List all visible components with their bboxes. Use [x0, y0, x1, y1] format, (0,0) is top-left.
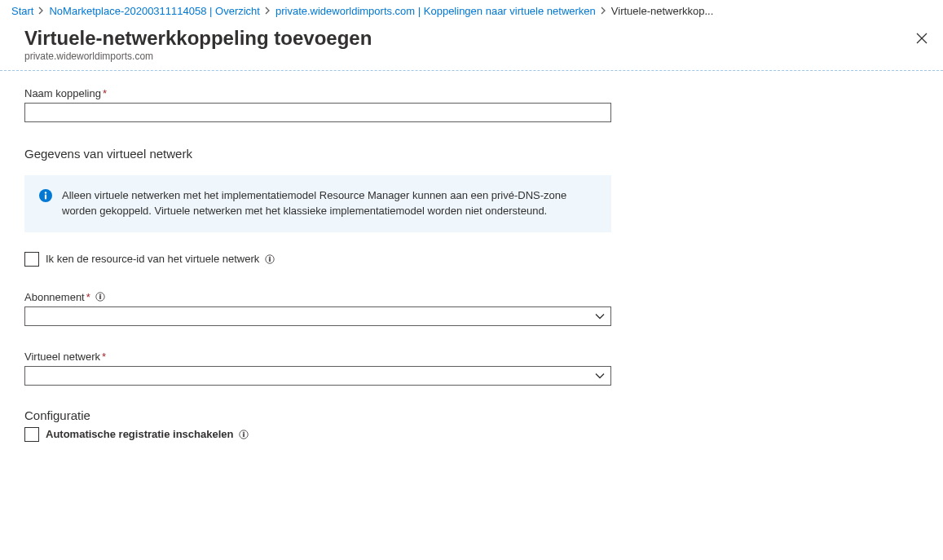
configuration-title: Configuratie	[24, 408, 919, 422]
virtual-network-select[interactable]	[24, 366, 611, 386]
virtual-network-label: Virtueel netwerk *	[24, 351, 919, 363]
breadcrumb: Start NoMarketplace-20200311114058 | Ove…	[0, 0, 943, 20]
virtual-network-group: Virtueel netwerk *	[24, 351, 919, 386]
page-header: Virtuele-netwerkkoppeling toevoegen priv…	[0, 20, 943, 71]
svg-point-6	[269, 257, 270, 258]
info-message: Alleen virtuele netwerken met het implem…	[24, 175, 611, 232]
svg-point-12	[243, 432, 244, 433]
breadcrumb-start[interactable]: Start	[11, 5, 33, 17]
form-content: Naam koppeling * Gegevens van virtueel n…	[0, 71, 943, 463]
link-name-label: Naam koppeling *	[24, 87, 919, 99]
link-name-input[interactable]	[24, 103, 611, 122]
info-icon	[39, 189, 52, 202]
breadcrumb-nomarketplace[interactable]: NoMarketplace-20200311114058 | Overzicht	[49, 5, 259, 17]
subscription-label: Abonnement *	[24, 291, 919, 303]
know-resource-id-label: Ik ken de resource-id van het virtuele n…	[46, 253, 275, 265]
chevron-right-icon	[38, 7, 44, 16]
svg-rect-10	[100, 296, 101, 299]
info-text: Alleen virtuele netwerken met het implem…	[62, 188, 597, 219]
required-asterisk: *	[103, 87, 107, 99]
info-tooltip-icon[interactable]	[238, 429, 249, 439]
page-subtitle: private.wideworldimports.com	[24, 51, 919, 62]
info-tooltip-icon[interactable]	[95, 292, 106, 302]
chevron-right-icon	[265, 7, 271, 16]
svg-rect-13	[243, 434, 244, 437]
required-asterisk: *	[86, 291, 90, 303]
auto-registration-label: Automatische registratie inschakelen	[46, 428, 249, 440]
close-icon	[915, 32, 928, 45]
subscription-select[interactable]	[24, 306, 611, 326]
svg-rect-4	[45, 195, 46, 200]
chevron-right-icon	[601, 7, 606, 16]
know-resource-id-checkbox[interactable]	[24, 252, 39, 267]
know-resource-id-row: Ik ken de resource-id van het virtuele n…	[24, 252, 919, 267]
svg-point-3	[45, 192, 46, 193]
page-title: Virtuele-netwerkkoppeling toevoegen	[24, 27, 919, 50]
svg-rect-7	[269, 258, 270, 262]
required-asterisk: *	[102, 351, 106, 363]
breadcrumb-private-zone[interactable]: private.wideworldimports.com | Koppeling…	[275, 5, 596, 17]
subscription-group: Abonnement *	[24, 291, 919, 326]
configuration-section: Configuratie Automatische registratie in…	[24, 408, 919, 442]
vnet-details-title: Gegevens van virtueel netwerk	[24, 147, 919, 161]
info-tooltip-icon[interactable]	[264, 254, 275, 264]
close-button[interactable]	[914, 30, 930, 46]
svg-point-9	[100, 294, 101, 295]
auto-registration-row: Automatische registratie inschakelen	[24, 427, 919, 442]
auto-registration-checkbox[interactable]	[24, 427, 39, 442]
breadcrumb-current: Virtuele-netwerkkop...	[611, 5, 714, 17]
